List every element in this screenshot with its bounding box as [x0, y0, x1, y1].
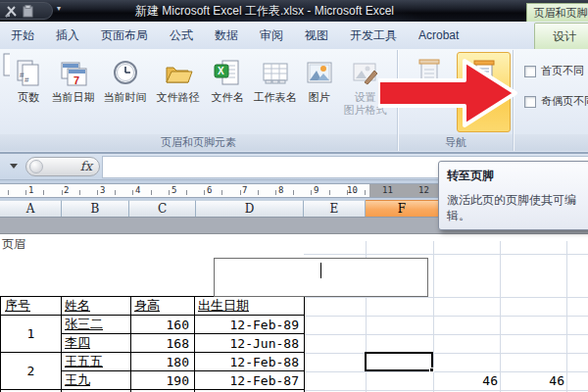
tab-developer[interactable]: 开发工具	[339, 22, 408, 50]
text-cursor	[320, 263, 321, 278]
cell-value-46[interactable]: 46	[502, 372, 564, 390]
cell-no[interactable]: 1	[1, 316, 62, 353]
cell-height[interactable]: 180	[131, 353, 195, 371]
file-path-button[interactable]: 文件路径	[151, 52, 205, 132]
fill-handle[interactable]	[429, 368, 434, 372]
cell-height[interactable]: 160	[131, 316, 195, 334]
format-picture-icon	[351, 59, 380, 88]
different-odd-even-checkbox[interactable]: 奇偶页不同	[524, 94, 588, 109]
checkbox-icon[interactable]	[524, 96, 536, 108]
header-cell[interactable]: 身高	[131, 297, 195, 316]
column-header-f-selected[interactable]: F	[366, 200, 439, 217]
tab-page-layout[interactable]: 页面布局	[90, 22, 159, 50]
picture-button[interactable]: 图片	[300, 52, 338, 132]
title-bar: ▾ 新建 Microsoft Excel 工作表.xlsx - Microsof…	[0, 0, 588, 22]
tab-home[interactable]: 开始	[0, 22, 45, 50]
gridline	[304, 390, 588, 391]
header-cell[interactable]: 出生日期	[195, 297, 305, 316]
pages-icon: # #	[15, 59, 42, 88]
tab-review[interactable]: 审阅	[249, 22, 294, 50]
tab-formulas[interactable]: 公式	[159, 22, 204, 50]
page-number-button-partial[interactable]	[0, 52, 10, 111]
tab-design-active[interactable]: 设计	[534, 23, 588, 49]
cell-name[interactable]: 王九	[62, 371, 131, 390]
ruler: 1 2 3 4 5 6 7 8 9 10 11 12	[0, 183, 443, 198]
page-header-label: 页眉	[2, 236, 25, 253]
contextual-tools-label: 页眉和页脚	[526, 3, 588, 22]
cell-dob[interactable]: 12-Feb-88	[195, 353, 305, 371]
window-title: 新建 Microsoft Excel 工作表.xlsx - Microsoft …	[118, 3, 412, 20]
current-date-button[interactable]: 7 当前日期	[47, 52, 99, 132]
sheet-name-button[interactable]: 工作表名	[250, 52, 300, 132]
gridline	[304, 316, 588, 317]
cell-name[interactable]: 王五五	[62, 353, 131, 371]
group-options: 首页不同 奇偶页不同	[514, 50, 588, 151]
group-label-elements: 页眉和页脚元素	[0, 134, 397, 151]
gridline	[500, 241, 501, 392]
column-header-e[interactable]: E	[304, 200, 366, 217]
table-row: 1 张三二 160 12-Feb-89	[1, 316, 305, 334]
clock-icon	[111, 59, 140, 88]
tooltip-title: 转至页脚	[447, 168, 586, 184]
excel-file-icon: X	[213, 59, 242, 88]
svg-text:#: #	[24, 75, 29, 84]
annotation-arrow-icon	[378, 55, 517, 131]
tab-view[interactable]: 视图	[294, 22, 339, 50]
data-table: 序号 姓名 身高 出生日期 1 张三二 160 12-Feb-89 李四 168…	[0, 296, 305, 392]
header-cell[interactable]: 序号	[1, 297, 62, 316]
gridline	[304, 353, 588, 354]
cell-dob[interactable]: 12-Jun-88	[195, 334, 305, 353]
excel-window: ▾ 新建 Microsoft Excel 工作表.xlsx - Microsof…	[0, 0, 588, 392]
cell-height[interactable]: 168	[131, 334, 195, 353]
clipboard-icon[interactable]	[22, 5, 34, 18]
group-header-footer-elements: # # 页数 7 当前日期	[0, 50, 398, 151]
svg-text:X: X	[218, 66, 224, 76]
namebox-dropdown-icon[interactable]	[10, 164, 18, 169]
tab-data[interactable]: 数据	[204, 22, 249, 50]
gridline	[304, 334, 588, 335]
table-header-row: 序号 姓名 身高 出生日期	[1, 297, 305, 316]
column-header-a[interactable]: A	[0, 200, 62, 217]
goto-footer-tooltip: 转至页脚 激活此页的页脚使其可编辑。	[438, 161, 588, 230]
worksheet-page: 页眉 序号 姓名 身高 出生日期 1 张三二 160 12-Feb-89 李四 …	[0, 233, 588, 392]
column-header-d[interactable]: D	[196, 200, 304, 217]
gridline	[304, 297, 588, 298]
cell-height[interactable]: 190	[131, 371, 195, 390]
gridline	[304, 254, 588, 255]
calendar-icon: 7	[59, 59, 88, 88]
table-row: 2 王五五 180 12-Feb-88	[1, 353, 305, 371]
cell-value-46[interactable]: 46	[435, 372, 498, 390]
file-name-button[interactable]: X 文件名	[205, 52, 250, 132]
ribbon-tab-row: 开始 插入 页面布局 公式 数据 审阅 视图 开发工具 Acrobat 设计	[0, 22, 588, 49]
tools-icon[interactable]	[5, 5, 18, 18]
tooltip-body: 激活此页的页脚使其可编辑。	[447, 192, 586, 223]
different-first-page-checkbox[interactable]: 首页不同	[524, 64, 588, 78]
column-header-c[interactable]: C	[129, 200, 196, 217]
folder-icon	[163, 59, 194, 88]
cell-dob[interactable]: 12-Feb-87	[195, 371, 305, 390]
worksheet-icon	[261, 59, 290, 88]
header-edit-box[interactable]	[214, 258, 428, 297]
qat-dropdown-icon[interactable]: ▾	[57, 4, 61, 13]
current-time-button[interactable]: 当前时间	[99, 52, 151, 132]
cell-dob[interactable]: 12-Feb-89	[195, 316, 305, 334]
checkbox-icon[interactable]	[524, 66, 536, 77]
number-of-pages-button[interactable]: # # 页数	[10, 52, 47, 132]
svg-text:7: 7	[74, 74, 79, 86]
selected-cell[interactable]	[365, 352, 433, 371]
gridline	[566, 241, 567, 392]
header-cell[interactable]: 姓名	[62, 297, 131, 316]
fx-icon: fx	[80, 159, 92, 173]
cell-name[interactable]: 李四	[62, 334, 131, 353]
cell-name[interactable]: 张三二	[62, 316, 131, 334]
group-label-options	[514, 134, 588, 151]
quick-access-toolbar[interactable]	[0, 2, 53, 20]
fx-ball-icon	[29, 160, 43, 173]
picture-icon	[305, 59, 334, 88]
tab-acrobat[interactable]: Acrobat	[408, 23, 469, 48]
insert-function-button[interactable]: fx	[25, 157, 100, 176]
tab-insert[interactable]: 插入	[45, 22, 90, 50]
group-label-navigation: 导航	[399, 134, 513, 151]
cell-no[interactable]: 2	[1, 353, 62, 390]
column-header-b[interactable]: B	[62, 200, 129, 217]
